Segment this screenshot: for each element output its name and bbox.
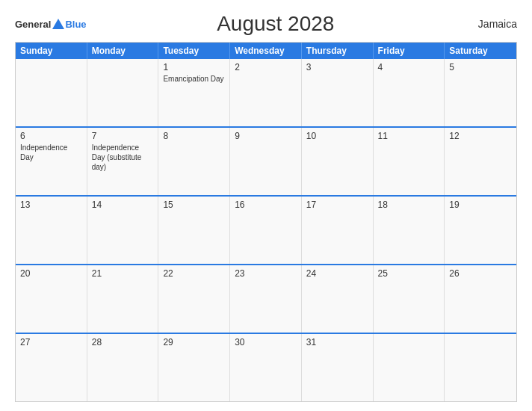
calendar: SundayMondayTuesdayWednesdayThursdayFrid… — [15, 42, 517, 402]
day-number: 26 — [449, 268, 512, 279]
day-cell — [374, 334, 445, 401]
day-number: 4 — [378, 62, 440, 72]
day-number: 24 — [306, 268, 368, 279]
day-number: 16 — [235, 200, 297, 210]
day-cell: 16 — [230, 197, 302, 264]
day-number: 23 — [235, 268, 297, 279]
page: General Blue August 2028 Jamaica SundayM… — [0, 0, 532, 411]
logo-general-text: General — [15, 19, 51, 29]
day-cell: 8 — [158, 128, 230, 195]
day-cell: 6Independence Day — [16, 128, 87, 195]
day-number: 25 — [378, 268, 440, 279]
day-number: 8 — [163, 131, 225, 141]
day-cell: 5 — [445, 59, 516, 126]
day-cell: 29 — [158, 334, 230, 401]
day-header: Sunday — [16, 43, 87, 59]
day-cell: 17 — [302, 197, 374, 264]
day-cell: 14 — [87, 197, 159, 264]
day-number: 31 — [306, 337, 368, 347]
day-cell — [445, 334, 516, 401]
day-header: Friday — [374, 43, 445, 59]
day-header: Wednesday — [230, 43, 302, 59]
day-cell: 21 — [87, 265, 159, 333]
day-header: Monday — [87, 43, 159, 59]
day-number: 19 — [449, 200, 512, 210]
day-cell: 23 — [230, 265, 302, 333]
day-number: 1 — [163, 62, 225, 72]
event-text: Independence Day (substitute day) — [92, 143, 154, 172]
day-number: 12 — [449, 131, 512, 141]
day-number: 10 — [306, 131, 368, 141]
day-cell: 3 — [302, 59, 374, 126]
day-cell: 4 — [374, 59, 445, 126]
day-number: 18 — [378, 200, 440, 210]
day-cell: 10 — [302, 128, 374, 195]
day-number: 20 — [20, 268, 82, 279]
day-cell: 15 — [158, 197, 230, 264]
day-cell: 12 — [445, 128, 516, 195]
week-row: 2728293031 — [16, 333, 516, 401]
day-number: 14 — [92, 200, 154, 210]
day-headers-row: SundayMondayTuesdayWednesdayThursdayFrid… — [16, 43, 516, 59]
day-cell: 2 — [230, 59, 302, 126]
event-text: Emancipation Day — [163, 74, 225, 84]
day-number: 9 — [235, 131, 297, 141]
day-number: 27 — [20, 337, 82, 347]
day-number: 7 — [92, 131, 154, 141]
country-label: Jamaica — [465, 18, 517, 30]
day-cell: 1Emancipation Day — [158, 59, 230, 126]
day-number: 2 — [235, 62, 297, 72]
day-cell: 22 — [158, 265, 230, 333]
day-cell: 11 — [374, 128, 445, 195]
day-number: 21 — [92, 268, 154, 279]
day-cell: 9 — [230, 128, 302, 195]
day-cell: 28 — [87, 334, 159, 401]
day-cell: 20 — [16, 265, 87, 333]
logo-triangle-icon — [52, 19, 64, 29]
day-header: Saturday — [445, 43, 516, 59]
day-number: 3 — [306, 62, 368, 72]
weeks-container: 1Emancipation Day23456Independence Day7I… — [16, 59, 516, 401]
week-row: 6Independence Day7Independence Day (subs… — [16, 126, 516, 195]
week-row: 13141516171819 — [16, 195, 516, 264]
calendar-title: August 2028 — [87, 12, 465, 36]
day-cell: 27 — [16, 334, 87, 401]
week-row: 1Emancipation Day2345 — [16, 59, 516, 126]
day-header: Tuesday — [158, 43, 230, 59]
day-cell: 13 — [16, 197, 87, 264]
day-cell: 7Independence Day (substitute day) — [87, 128, 159, 195]
day-number: 17 — [306, 200, 368, 210]
day-number: 29 — [163, 337, 225, 347]
day-number: 6 — [20, 131, 82, 141]
day-cell: 24 — [302, 265, 374, 333]
day-cell: 26 — [445, 265, 516, 333]
day-cell: 31 — [302, 334, 374, 401]
week-row: 20212223242526 — [16, 264, 516, 333]
day-cell — [87, 59, 159, 126]
day-cell: 18 — [374, 197, 445, 264]
day-cell: 25 — [374, 265, 445, 333]
day-number: 28 — [92, 337, 154, 347]
day-number: 15 — [163, 200, 225, 210]
day-cell — [16, 59, 87, 126]
day-cell: 19 — [445, 197, 516, 264]
logo: General Blue — [15, 19, 87, 29]
day-cell: 30 — [230, 334, 302, 401]
day-number: 13 — [20, 200, 82, 210]
day-number: 30 — [235, 337, 297, 347]
day-number: 22 — [163, 268, 225, 279]
day-header: Thursday — [302, 43, 374, 59]
day-number: 11 — [378, 131, 440, 141]
day-number: 5 — [449, 62, 512, 72]
logo-blue-text: Blue — [65, 19, 86, 29]
header: General Blue August 2028 Jamaica — [15, 12, 517, 36]
event-text: Independence Day — [20, 143, 82, 162]
